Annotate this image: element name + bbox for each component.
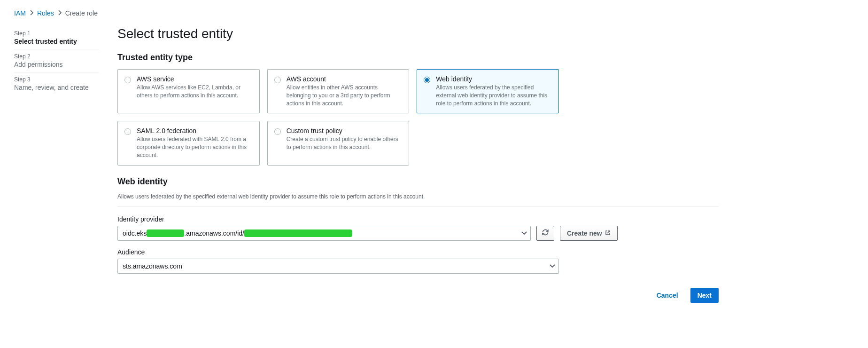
- entity-type-options: AWS service Allow AWS services like EC2,…: [117, 69, 559, 166]
- option-web-identity[interactable]: Web identity Allows users federated by t…: [417, 69, 559, 113]
- cancel-button[interactable]: Cancel: [650, 288, 685, 303]
- radio-icon: [124, 128, 131, 135]
- breadcrumb: IAM Roles Create role: [14, 9, 854, 17]
- option-desc: Allow users federated with SAML 2.0 from…: [137, 135, 253, 159]
- divider: [117, 206, 719, 207]
- radio-icon: [274, 128, 281, 135]
- main-content: Select trusted entity Trusted entity typ…: [117, 26, 719, 303]
- option-desc: Allow AWS services like EC2, Lambda, or …: [137, 84, 253, 100]
- wizard-steps: Step 1 Select trusted entity Step 2 Add …: [14, 26, 99, 303]
- option-saml-federation[interactable]: SAML 2.0 federation Allow users federate…: [117, 121, 260, 165]
- option-aws-account[interactable]: AWS account Allow entities in other AWS …: [267, 69, 410, 113]
- audience-label: Audience: [117, 248, 559, 256]
- audience-field: Audience sts.amazonaws.com: [117, 248, 559, 274]
- audience-value: sts.amazonaws.com: [123, 262, 182, 270]
- option-desc: Allow entities in other AWS accounts bel…: [287, 84, 403, 107]
- step-3[interactable]: Step 3 Name, review, and create: [14, 72, 99, 95]
- identity-provider-label: Identity provider: [117, 215, 719, 223]
- option-title: Web identity: [436, 75, 552, 83]
- audience-select[interactable]: sts.amazonaws.com: [117, 259, 559, 274]
- create-new-button[interactable]: Create new: [560, 226, 618, 241]
- redacted-id: [244, 229, 352, 237]
- chevron-right-icon: [30, 9, 33, 17]
- step-title: Name, review, and create: [14, 84, 99, 91]
- option-aws-service[interactable]: AWS service Allow AWS services like EC2,…: [117, 69, 260, 113]
- step-number: Step 3: [14, 76, 99, 83]
- external-link-icon: [605, 229, 611, 237]
- web-identity-sub: Allows users federated by the specified …: [117, 193, 719, 200]
- step-2[interactable]: Step 2 Add permissions: [14, 49, 99, 72]
- option-custom-trust-policy[interactable]: Custom trust policy Create a custom trus…: [267, 121, 410, 165]
- identity-provider-value: oidc.eks.amazonaws.com/id/: [123, 229, 352, 237]
- radio-icon: [424, 77, 430, 83]
- breadcrumb-current: Create role: [65, 9, 98, 17]
- breadcrumb-roles[interactable]: Roles: [37, 9, 54, 17]
- option-title: Custom trust policy: [287, 127, 403, 134]
- wizard-footer: Cancel Next: [117, 288, 719, 303]
- next-button[interactable]: Next: [690, 288, 719, 303]
- option-desc: Allows users federated by the specified …: [436, 84, 552, 107]
- option-title: AWS account: [287, 75, 403, 83]
- page-title: Select trusted entity: [117, 26, 719, 41]
- web-identity-heading: Web identity: [117, 177, 719, 187]
- entity-type-heading: Trusted entity type: [117, 53, 719, 63]
- option-desc: Create a custom trust policy to enable o…: [287, 135, 403, 151]
- step-number: Step 2: [14, 53, 99, 60]
- refresh-button[interactable]: [536, 226, 554, 241]
- step-title: Select trusted entity: [14, 38, 99, 45]
- radio-icon: [274, 77, 281, 83]
- option-title: SAML 2.0 federation: [137, 127, 253, 134]
- step-title: Add permissions: [14, 61, 99, 68]
- refresh-icon: [542, 229, 549, 237]
- redacted-region: [147, 229, 184, 237]
- breadcrumb-iam[interactable]: IAM: [14, 9, 26, 17]
- identity-provider-select[interactable]: oidc.eks.amazonaws.com/id/: [117, 226, 531, 241]
- step-1[interactable]: Step 1 Select trusted entity: [14, 26, 99, 49]
- radio-icon: [124, 77, 131, 83]
- option-title: AWS service: [137, 75, 253, 83]
- chevron-right-icon: [58, 9, 62, 17]
- identity-provider-field: Identity provider oidc.eks.amazonaws.com…: [117, 215, 719, 241]
- step-number: Step 1: [14, 30, 99, 37]
